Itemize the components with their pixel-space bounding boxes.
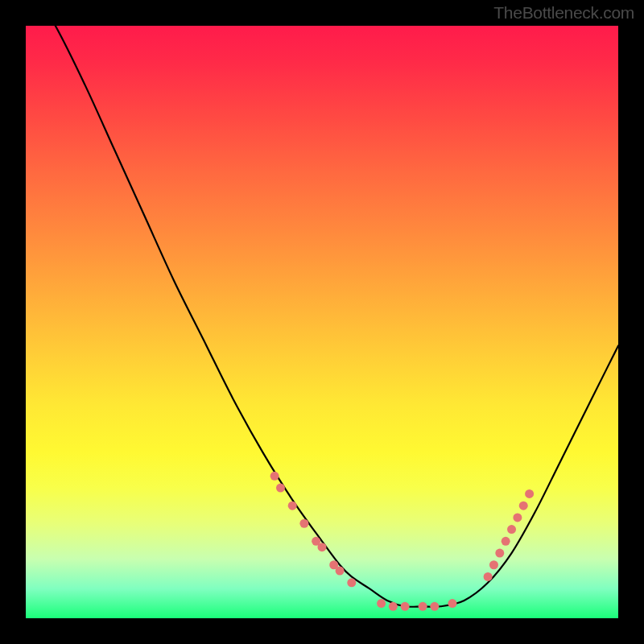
marker-dot bbox=[347, 578, 356, 587]
curve-svg bbox=[26, 26, 618, 618]
marker-dot bbox=[495, 549, 504, 558]
watermark-text: TheBottleneck.com bbox=[493, 3, 634, 23]
bottleneck-curve bbox=[26, 26, 618, 607]
marker-group bbox=[270, 472, 534, 611]
marker-dot bbox=[299, 519, 308, 528]
marker-dot bbox=[430, 602, 439, 611]
marker-dot bbox=[484, 572, 493, 581]
marker-dot bbox=[513, 513, 522, 522]
marker-dot bbox=[507, 525, 516, 534]
chart-container: TheBottleneck.com bbox=[0, 0, 644, 644]
marker-dot bbox=[318, 543, 327, 551]
marker-dot bbox=[448, 599, 456, 608]
marker-dot bbox=[389, 602, 398, 611]
marker-dot bbox=[519, 502, 528, 510]
plot-area bbox=[26, 26, 618, 618]
marker-dot bbox=[401, 602, 410, 611]
marker-dot bbox=[525, 489, 534, 498]
marker-dot bbox=[419, 602, 427, 611]
marker-dot bbox=[489, 560, 498, 569]
marker-dot bbox=[270, 472, 279, 481]
marker-dot bbox=[502, 537, 510, 546]
marker-dot bbox=[377, 599, 386, 608]
marker-dot bbox=[336, 567, 345, 576]
marker-dot bbox=[276, 484, 285, 493]
marker-dot bbox=[288, 502, 297, 510]
